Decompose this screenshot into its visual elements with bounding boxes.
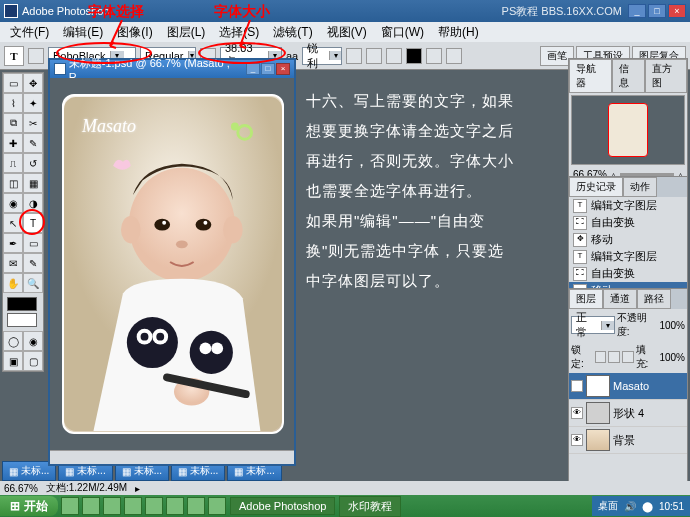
visibility-icon[interactable]: 👁 xyxy=(571,434,583,446)
align-left-icon[interactable] xyxy=(346,48,362,64)
quickmask-on-icon[interactable]: ◉ xyxy=(23,331,43,351)
visibility-icon[interactable]: 👁 xyxy=(571,380,583,392)
quicklaunch-icon[interactable] xyxy=(124,497,142,515)
notes-tool[interactable]: ✉ xyxy=(3,253,23,273)
character-panel-icon[interactable] xyxy=(446,48,462,64)
horizontal-scrollbar[interactable] xyxy=(50,450,294,464)
quicklaunch-icon[interactable] xyxy=(145,497,163,515)
clock[interactable]: 10:51 xyxy=(659,501,684,512)
menu-filter[interactable]: 滤镜(T) xyxy=(267,22,318,43)
quicklaunch-icon[interactable] xyxy=(61,497,79,515)
type-tool[interactable]: T xyxy=(23,213,43,233)
tab-actions[interactable]: 动作 xyxy=(623,177,657,197)
canvas-area[interactable]: Masato xyxy=(50,78,294,450)
text-color-swatch[interactable] xyxy=(406,48,422,64)
tab-channels[interactable]: 通道 xyxy=(603,289,637,309)
screenmode2-icon[interactable]: ▢ xyxy=(23,351,43,371)
tab-info[interactable]: 信息 xyxy=(612,59,645,93)
align-center-icon[interactable] xyxy=(366,48,382,64)
antialias-select[interactable]: 锐利 ▾ xyxy=(302,47,342,65)
doc-minimize-button[interactable]: _ xyxy=(246,63,260,75)
tray-icon[interactable]: ⬤ xyxy=(642,501,653,512)
menu-file[interactable]: 文件(F) xyxy=(4,22,55,43)
navigator-thumbnail[interactable] xyxy=(571,95,685,165)
visibility-icon[interactable]: 👁 xyxy=(571,407,583,419)
move-tool[interactable]: ✥ xyxy=(23,73,43,93)
svg-point-4 xyxy=(154,219,170,231)
tab-paths[interactable]: 路径 xyxy=(637,289,671,309)
menu-view[interactable]: 视图(V) xyxy=(321,22,373,43)
history-item[interactable]: ✥移动 xyxy=(569,231,687,248)
heal-tool[interactable]: ✚ xyxy=(3,133,23,153)
taskbar-app[interactable]: 水印教程 xyxy=(339,496,401,517)
doc-close-button[interactable]: × xyxy=(276,63,290,75)
fill-value: 100% xyxy=(659,352,685,363)
background-color[interactable] xyxy=(7,313,37,327)
desktop-label[interactable]: 桌面 xyxy=(598,499,618,513)
type-tool-indicator[interactable]: T xyxy=(4,46,24,66)
history-item[interactable]: ⛶自由变换 xyxy=(569,214,687,231)
slice-tool[interactable]: ✂ xyxy=(23,113,43,133)
maximize-button[interactable]: □ xyxy=(648,4,666,18)
quicklaunch-icon[interactable] xyxy=(166,497,184,515)
history-item[interactable]: T编辑文字图层 xyxy=(569,248,687,265)
brush-tool[interactable]: ✎ xyxy=(23,133,43,153)
blend-mode-select[interactable]: 正常▾ xyxy=(571,316,615,334)
eyedropper-tool[interactable]: ✎ xyxy=(23,253,43,273)
history-item[interactable]: ⛶自由变换 xyxy=(569,265,687,282)
gradient-tool[interactable]: ▦ xyxy=(23,173,43,193)
history-brush-tool[interactable]: ↺ xyxy=(23,153,43,173)
tab-layers[interactable]: 图层 xyxy=(569,289,603,309)
stamp-tool[interactable]: ⎍ xyxy=(3,153,23,173)
photo-canvas: Masato xyxy=(62,94,284,434)
foreground-color[interactable] xyxy=(7,297,37,311)
tab-histogram[interactable]: 直方图 xyxy=(645,59,688,93)
warp-text-icon[interactable] xyxy=(426,48,442,64)
text-orientation-icon[interactable] xyxy=(28,48,44,64)
zoom-tool[interactable]: 🔍 xyxy=(23,273,43,293)
instruction-line: 也需要全选字体再进行。 xyxy=(306,176,560,206)
layer-row[interactable]: 👁 形状 4 xyxy=(569,400,687,427)
history-item[interactable]: T编辑文字图层 xyxy=(569,197,687,214)
menu-layer[interactable]: 图层(L) xyxy=(161,22,212,43)
quicklaunch-icon[interactable] xyxy=(103,497,121,515)
taskbar-app[interactable]: Adobe Photoshop xyxy=(230,497,335,515)
lock-position-icon[interactable] xyxy=(622,351,634,363)
shape-tool[interactable]: ▭ xyxy=(23,233,43,253)
toolbox: ▭✥ ⌇✦ ⧉✂ ✚✎ ⎍↺ ◫▦ ◉◑ ↖T ✒▭ ✉✎ ✋🔍 ◯◉ ▣▢ xyxy=(2,72,44,372)
tab-history[interactable]: 历史记录 xyxy=(569,177,623,197)
hand-tool[interactable]: ✋ xyxy=(3,273,23,293)
menu-help[interactable]: 帮助(H) xyxy=(432,22,485,43)
lock-transparent-icon[interactable] xyxy=(595,351,607,363)
lasso-tool[interactable]: ⌇ xyxy=(3,93,23,113)
tray-icon[interactable]: 🔊 xyxy=(624,501,636,512)
marquee-tool[interactable]: ▭ xyxy=(3,73,23,93)
menu-window[interactable]: 窗口(W) xyxy=(375,22,430,43)
status-arrow-icon[interactable]: ▸ xyxy=(135,483,140,494)
blur-tool[interactable]: ◉ xyxy=(3,193,23,213)
quicklaunch-icon[interactable] xyxy=(208,497,226,515)
wand-tool[interactable]: ✦ xyxy=(23,93,43,113)
quicklaunch-icon[interactable] xyxy=(82,497,100,515)
svg-point-12 xyxy=(141,333,149,341)
screenmode-icon[interactable]: ▣ xyxy=(3,351,23,371)
crop-tool[interactable]: ⧉ xyxy=(3,113,23,133)
align-right-icon[interactable] xyxy=(386,48,402,64)
tab-navigator[interactable]: 导航器 xyxy=(569,59,612,93)
layer-row[interactable]: 👁 背景 xyxy=(569,427,687,454)
history-list: T编辑文字图层 ⛶自由变换 ✥移动 T编辑文字图层 ⛶自由变换 ✥移动 xyxy=(569,197,687,289)
layer-row[interactable]: 👁 T Masato xyxy=(569,373,687,400)
pen-tool[interactable]: ✒ xyxy=(3,233,23,253)
close-button[interactable]: × xyxy=(668,4,686,18)
document-icon: ▦ xyxy=(122,466,131,477)
document-titlebar[interactable]: 未标题-1.psd @ 66.7% (Masato , R... _ □ × xyxy=(50,60,294,78)
minimize-button[interactable]: _ xyxy=(628,4,646,18)
eraser-tool[interactable]: ◫ xyxy=(3,173,23,193)
start-button[interactable]: ⊞ 开始 xyxy=(0,496,58,516)
quickmask-icon[interactable]: ◯ xyxy=(3,331,23,351)
doc-maximize-button[interactable]: □ xyxy=(261,63,275,75)
annotation-font-select: 字体选择 xyxy=(88,3,144,21)
lock-paint-icon[interactable] xyxy=(608,351,620,363)
quicklaunch-icon[interactable] xyxy=(187,497,205,515)
dropdown-icon: ▾ xyxy=(329,51,341,60)
